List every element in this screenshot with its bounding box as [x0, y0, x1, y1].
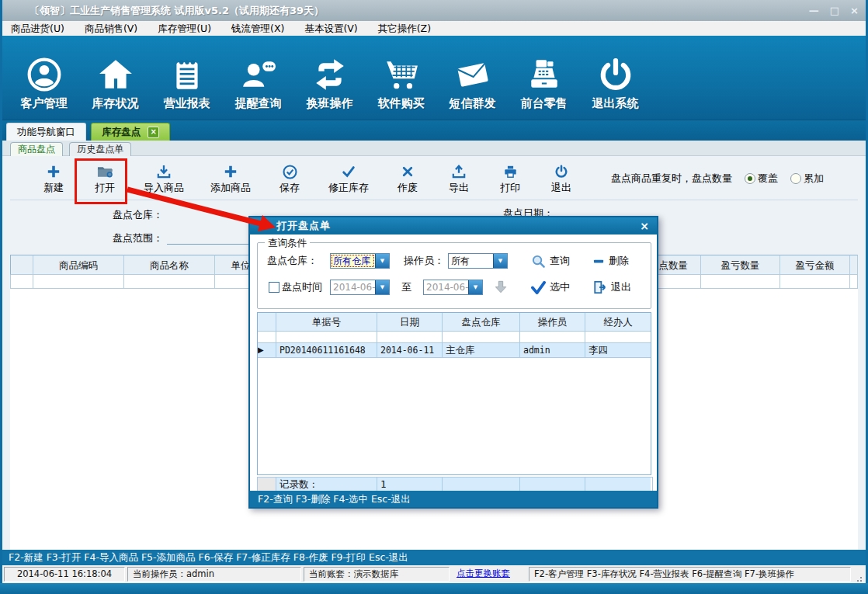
toolbar-inventory-status[interactable]: 库存状况 — [85, 44, 146, 111]
operator-select[interactable]: 所有 ▼ — [448, 253, 508, 269]
import-goods-button[interactable]: 导入商品 — [134, 162, 193, 194]
power-small-icon — [540, 162, 583, 181]
subtab-goods-count[interactable]: 商品盘点 — [10, 142, 63, 156]
status-operator: 当前操作员：admin — [127, 567, 301, 582]
menu-goods-purchase[interactable]: 商品进货(U) — [2, 21, 73, 36]
menubar: 商品进货(U) 商品销售(V) 库存管理(U) 钱流管理(X) 基本设置(V) … — [2, 21, 866, 36]
chevron-down-icon[interactable]: ▼ — [375, 280, 389, 294]
save-button[interactable]: 保存 — [268, 162, 311, 194]
menu-other[interactable]: 其它操作(Z) — [370, 21, 439, 36]
column-header-handler[interactable]: 经办人 — [585, 313, 651, 332]
export-icon — [437, 162, 481, 181]
open-count-sheet-dialog: 打开盘点单 × 查询条件 盘点仓库： 所有仓库 ▼ 操作员： 所有 ▼ 查询 — [248, 216, 658, 509]
power-icon — [585, 44, 646, 96]
select-button[interactable]: 选中 — [531, 279, 570, 296]
window-title: 〔领智〕工业生产销售管理系统 试用版v5.2（试用期还有39天） — [30, 5, 324, 16]
column-header — [10, 255, 33, 275]
home-icon — [85, 44, 146, 96]
person-chat-icon — [227, 44, 289, 96]
column-header-warehouse[interactable]: 盘点仓库 — [443, 313, 520, 332]
cart-icon — [370, 44, 432, 96]
cash-register-icon — [513, 44, 575, 96]
menu-settings[interactable]: 基本设置(V) — [296, 21, 366, 36]
status-time: 2014-06-11 16:18:04 — [4, 567, 125, 582]
actionbar: 新建 打开 导入商品 添加商品 保存 修正库存 作废 导出 — [10, 157, 858, 200]
adjust-stock-button[interactable]: 修正库存 — [319, 162, 378, 194]
date-from-select[interactable]: 2014-06-11 ▼ — [330, 280, 390, 295]
toolbar-sms-broadcast[interactable]: 短信群发 — [442, 44, 503, 111]
warehouse-select[interactable]: 所有仓库 ▼ — [330, 253, 390, 269]
app-window: 〔领智〕工业生产销售管理系统 试用版v5.2（试用期还有39天） — □ × 商… — [0, 0, 868, 594]
new-button[interactable]: 新建 — [32, 162, 75, 194]
dialog-titlebar[interactable]: 打开盘点单 × — [250, 217, 657, 234]
chevron-down-icon[interactable]: ▼ — [493, 254, 507, 268]
radio-unselected-icon — [790, 173, 801, 184]
tab-navigation-window[interactable]: 功能导航窗口 — [6, 123, 86, 141]
window-border-bottom — [0, 583, 868, 594]
menu-goods-sales[interactable]: 商品销售(V) — [76, 21, 146, 36]
date-to-select[interactable]: 2014-06-11 ▼ — [423, 280, 483, 295]
dialog-exit-button[interactable]: 退出 — [593, 279, 631, 296]
chevron-down-icon[interactable]: ▼ — [468, 280, 482, 294]
export-button[interactable]: 导出 — [437, 162, 481, 194]
fill-down-icon[interactable] — [494, 280, 508, 297]
function-key-bar: F2-新建 F3-打开 F4-导入商品 F5-添加商品 F6-保存 F7-修正库… — [2, 550, 866, 565]
tab-close-icon[interactable]: × — [148, 127, 159, 138]
column-header-goods-code[interactable]: 商品编码 — [33, 255, 124, 275]
search-button[interactable]: 查询 — [531, 252, 570, 269]
add-goods-button[interactable]: 添加商品 — [201, 162, 260, 194]
cell-sheet-no: PD20140611161648 — [276, 343, 377, 358]
column-header-sheet-no[interactable]: 单据号 — [276, 313, 377, 332]
toolbar-pos-retail[interactable]: 前台零售 — [513, 44, 575, 111]
menu-cashflow[interactable]: 钱流管理(X) — [223, 21, 293, 36]
minus-icon — [593, 255, 605, 267]
column-header-operator[interactable]: 操作员 — [520, 313, 585, 332]
printer-icon — [488, 162, 532, 181]
column-header-profit-loss-qty[interactable]: 盈亏数量 — [701, 255, 780, 275]
toolbar-customer-mgmt[interactable]: 客户管理 — [13, 44, 75, 111]
cell-warehouse: 主仓库 — [443, 343, 520, 358]
resize-grip[interactable] — [853, 567, 864, 582]
table-row[interactable]: ▶ PD20140611161648 2014-06-11 主仓库 admin … — [258, 343, 651, 358]
column-header-goods-name[interactable]: 商品名称 — [124, 255, 215, 275]
subtab-history-count[interactable]: 历史盘点单 — [69, 142, 131, 156]
close-button[interactable]: × — [850, 0, 859, 21]
column-header-date[interactable]: 日期 — [377, 313, 443, 332]
radio-accumulate[interactable]: 累加 — [790, 172, 824, 186]
cell-date: 2014-06-11 — [377, 343, 443, 358]
check-icon — [319, 162, 378, 181]
count-time-checkbox[interactable] — [269, 282, 279, 293]
toolbar-exit-system[interactable]: 退出系统 — [585, 44, 646, 111]
records-label: 记录数： — [276, 478, 377, 492]
dialog-operator-label: 操作员： — [404, 252, 444, 269]
toolbar-reminder-query[interactable]: 提醒查询 — [227, 44, 289, 111]
minimize-button[interactable]: — — [809, 0, 819, 21]
to-label: 至 — [401, 279, 411, 296]
column-header-profit-loss-amount[interactable]: 盈亏金额 — [780, 255, 850, 275]
main-toolbar: 客户管理 库存状况 营业报表 提醒查询 换班操作 软件购买 — [2, 36, 866, 120]
count-range-label: 盘点范围： — [113, 231, 163, 245]
tab-inventory-count[interactable]: 库存盘点 × — [91, 123, 170, 141]
toolbar-software-purchase[interactable]: 软件购买 — [370, 44, 432, 111]
statusbar: 2014-06-11 16:18:04 当前操作员：admin 当前账套：演示数… — [2, 565, 866, 583]
toolbar-shift-change[interactable]: 换班操作 — [299, 44, 360, 111]
menu-inventory[interactable]: 库存管理(U) — [149, 21, 220, 36]
print-button[interactable]: 打印 — [488, 162, 532, 194]
radio-overwrite[interactable]: 覆盖 — [745, 172, 778, 186]
search-icon — [531, 254, 546, 269]
count-range-input[interactable] — [167, 228, 259, 245]
dialog-table-filter-row — [258, 332, 651, 343]
tabstrip: 功能导航窗口 库存盘点 × — [2, 120, 866, 141]
query-conditions-label: 查询条件 — [265, 237, 310, 250]
delete-button[interactable]: 删除 — [593, 252, 629, 269]
switch-account-link[interactable]: 点击更换账套 — [452, 567, 526, 582]
chevron-down-icon[interactable]: ▼ — [375, 254, 389, 268]
void-button[interactable]: 作废 — [386, 162, 429, 194]
dialog-close-icon[interactable]: × — [640, 217, 650, 234]
maximize-button[interactable]: □ — [830, 0, 839, 21]
x-mark-icon — [386, 162, 429, 181]
status-account: 当前账套：演示数据库 — [304, 567, 450, 582]
count-sheet-list: 单据号 日期 盘点仓库 操作员 经办人 ▶ PD20140611161648 2… — [257, 312, 651, 475]
exit-button[interactable]: 退出 — [540, 162, 583, 194]
toolbar-business-report[interactable]: 营业报表 — [156, 44, 217, 111]
